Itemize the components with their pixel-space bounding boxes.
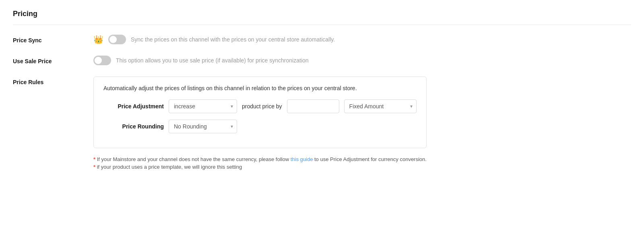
use-sale-price-label: Use Sale Price [13,56,93,64]
footer-note-1-text: If your Mainstore and your channel does … [97,156,291,162]
rounding-type-select[interactable]: No Rounding Round up to nearest 0.99 Rou… [169,120,237,133]
footer-notes: * If your Mainstore and your channel doe… [93,156,427,172]
asterisk-2: * [93,164,95,170]
price-rules-label: Price Rules [13,77,93,85]
use-sale-price-content: This option allows you to use sale price… [93,56,631,65]
price-adjustment-input[interactable] [287,99,339,113]
adjustment-type-select[interactable]: increase decrease [169,99,237,113]
toggle-slider [108,35,126,44]
amount-type-wrapper[interactable]: Fixed Amount Percentage ▾ [344,99,417,113]
asterisk-1: * [93,156,95,162]
footer-note-1-after: to use Price Adjustment for currency con… [314,156,427,162]
price-rules-description: Automatically adjust the prices of listi… [103,85,417,91]
this-guide-link[interactable]: this guide [291,156,313,162]
page-title: Pricing [13,10,631,25]
adjustment-type-wrapper[interactable]: increase decrease ▾ [169,99,237,113]
price-rules-content: Automatically adjust the prices of listi… [93,77,631,172]
rounding-type-wrapper[interactable]: No Rounding Round up to nearest 0.99 Rou… [169,120,237,133]
price-sync-content: 👑 Sync the prices on this channel with t… [93,35,631,44]
crown-icon: 👑 [93,35,103,44]
amount-type-select[interactable]: Fixed Amount Percentage [344,99,417,113]
price-rules-row: Price Rules Automatically adjust the pri… [13,77,631,172]
footer-note-2: * if your product uses a price template,… [93,164,427,170]
footer-note-2-text: if your product uses a price template, w… [97,164,242,170]
product-price-by-text: product price by [242,103,282,110]
price-rounding-row: Price Rounding No Rounding Round up to n… [103,120,417,133]
use-sale-price-description: This option allows you to use sale price… [116,57,309,64]
price-sync-label: Price Sync [13,35,93,43]
price-sync-toggle[interactable] [108,35,126,44]
price-adjustment-row: Price Adjustment increase decrease ▾ pro… [103,99,417,113]
price-sync-description: Sync the prices on this channel with the… [131,36,335,43]
toggle-slider-sale [93,56,111,65]
use-sale-price-row: Use Sale Price This option allows you to… [13,56,631,65]
price-rounding-label: Price Rounding [103,123,164,130]
use-sale-price-toggle[interactable] [93,56,111,65]
price-adjustment-label: Price Adjustment [103,103,164,110]
price-sync-row: Price Sync 👑 Sync the prices on this cha… [13,35,631,44]
footer-note-1: * If your Mainstore and your channel doe… [93,156,427,162]
price-rules-box: Automatically adjust the prices of listi… [93,77,427,148]
page-container: Pricing Price Sync 👑 Sync the prices on … [0,0,644,240]
